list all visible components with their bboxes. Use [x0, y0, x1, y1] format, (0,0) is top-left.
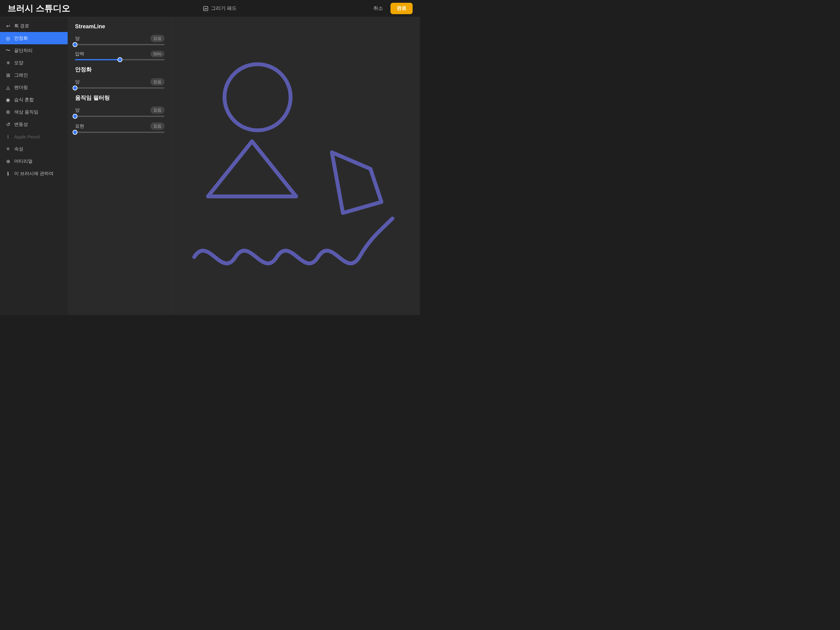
stabilization-amount-badge: 없음	[150, 78, 164, 85]
motion-amount-label: 양	[75, 108, 80, 113]
sidebar-item-about[interactable]: ℹ이 브러시에 관하여	[0, 167, 68, 180]
middle-panel: StreamLine 양 없음 압력 50% 안정화 양 없음	[68, 17, 172, 315]
stabilization-amount-slider[interactable]	[75, 87, 164, 89]
stabilization-amount-row: 양 없음	[75, 78, 164, 85]
sidebar-item-rendering[interactable]: ◬렌더링	[0, 81, 68, 93]
sidebar-item-end-treatment[interactable]: 〜끝단처리	[0, 44, 68, 57]
end-treatment-icon: 〜	[5, 47, 11, 54]
sidebar-item-shape[interactable]: ✳모양	[0, 57, 68, 69]
sidebar-label-variation: 변동성	[14, 122, 28, 127]
streamline-pressure-row: 압력 50%	[75, 51, 164, 57]
motion-expression-badge: 없음	[150, 122, 164, 130]
stroke-path-icon: ↩	[5, 23, 11, 29]
motion-amount-badge: 없음	[150, 106, 164, 114]
sidebar-label-about: 이 브러시에 관하여	[14, 171, 54, 177]
rendering-icon: ◬	[5, 84, 11, 90]
motion-expression-row: 표현 없음	[75, 122, 164, 130]
sidebar-item-color-dynamics[interactable]: ⚙색상 움직임	[0, 106, 68, 118]
streamline-amount-label: 양	[75, 36, 80, 41]
properties-icon: ≡	[5, 146, 11, 152]
shape-icon: ✳	[5, 60, 11, 66]
stabilization-icon: ◎	[5, 35, 11, 41]
streamline-amount-badge: 없음	[150, 35, 164, 42]
sidebar-label-end-treatment: 끝단처리	[14, 47, 33, 54]
streamline-pressure-label: 압력	[75, 51, 84, 57]
streamline-amount-row: 양 없음	[75, 35, 164, 42]
material-icon: ⊕	[5, 158, 11, 164]
svg-point-1	[224, 64, 291, 130]
variation-icon: ↺	[5, 121, 11, 127]
motion-expression-slider[interactable]	[75, 131, 164, 133]
about-icon: ℹ	[5, 171, 11, 177]
sidebar-label-properties: 속성	[14, 146, 24, 152]
sidebar-item-apple-pencil: ℹApple Pencil	[0, 130, 68, 143]
streamline-pressure-slider[interactable]	[75, 59, 164, 60]
header: 브러시 스튜디오 그리기 패드 취소 완료	[0, 0, 420, 17]
page-title: 브러시 스튜디오	[7, 3, 70, 14]
sidebar-label-shape: 모양	[14, 60, 24, 66]
sidebar-item-material[interactable]: ⊕머티리얼	[0, 155, 68, 167]
done-button[interactable]: 완료	[390, 3, 413, 14]
drawing-pad-button[interactable]: 그리기 패드	[203, 5, 237, 12]
color-dynamics-icon: ⚙	[5, 109, 11, 115]
sidebar-item-stroke-path[interactable]: ↩획 경로	[0, 20, 68, 32]
motion-filtering-title: 움직임 필터링	[75, 94, 164, 101]
motion-amount-row: 양 없음	[75, 106, 164, 114]
sidebar-item-grain[interactable]: ⊞그레인	[0, 69, 68, 81]
stabilization-amount-label: 양	[75, 79, 80, 85]
drawing-canvas[interactable]	[172, 17, 420, 315]
header-actions: 취소 완료	[369, 3, 413, 14]
drawing-pad-label: 그리기 패드	[211, 5, 237, 12]
sidebar-label-grain: 그레인	[14, 72, 28, 78]
streamline-amount-slider[interactable]	[75, 44, 164, 45]
main-layout: ↩획 경로◎안정화〜끝단처리✳모양⊞그레인◬렌더링◉습식 혼합⚙색상 움직임↺변…	[0, 17, 420, 315]
cancel-button[interactable]: 취소	[369, 3, 387, 14]
drawing-pad-icon	[203, 6, 208, 11]
sidebar-label-rendering: 렌더링	[14, 85, 28, 90]
sidebar-label-color-dynamics: 색상 움직임	[14, 109, 38, 115]
motion-expression-label: 표현	[75, 123, 84, 129]
sidebar-label-apple-pencil: Apple Pencil	[14, 134, 39, 139]
sidebar-label-stroke-path: 획 경로	[14, 23, 29, 29]
apple-pencil-icon: ℹ	[5, 133, 11, 140]
sidebar-label-material: 머티리얼	[14, 158, 33, 164]
sidebar: ↩획 경로◎안정화〜끝단처리✳모양⊞그레인◬렌더링◉습식 혼합⚙색상 움직임↺변…	[0, 17, 68, 315]
streamline-title: StreamLine	[75, 24, 164, 30]
sidebar-item-properties[interactable]: ≡속성	[0, 143, 68, 155]
grain-icon: ⊞	[5, 72, 11, 78]
sidebar-item-variation[interactable]: ↺변동성	[0, 118, 68, 130]
sidebar-item-stabilization[interactable]: ◎안정화	[0, 32, 68, 44]
sidebar-label-wet-mix: 습식 혼합	[14, 97, 34, 103]
sidebar-item-wet-mix[interactable]: ◉습식 혼합	[0, 93, 68, 106]
sidebar-label-stabilization: 안정화	[14, 35, 28, 41]
wet-mix-icon: ◉	[5, 97, 11, 103]
motion-amount-slider[interactable]	[75, 116, 164, 117]
drawing-preview	[172, 17, 420, 315]
streamline-pressure-badge: 50%	[150, 51, 164, 57]
stabilization-title: 안정화	[75, 66, 164, 73]
